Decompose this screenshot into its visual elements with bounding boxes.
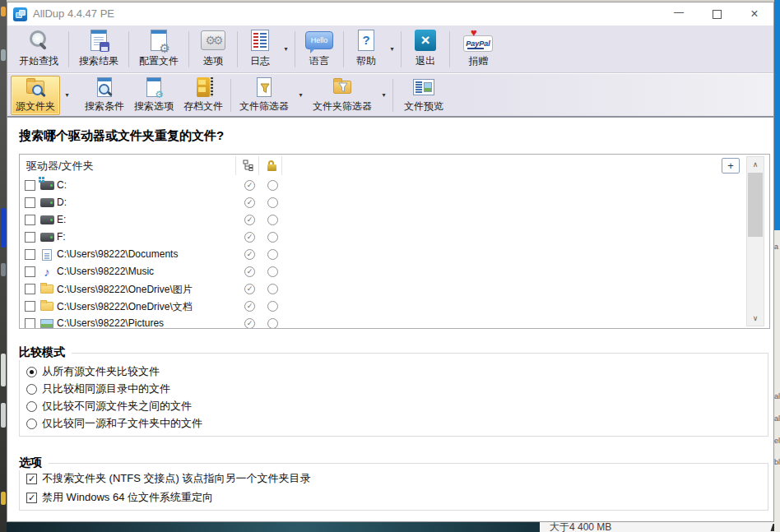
radio-option[interactable]: 只比较相同源目录中的文件 <box>26 381 170 397</box>
search-criteria-tab[interactable]: 搜索条件 <box>81 76 128 114</box>
log-button[interactable]: 日志 <box>241 28 279 71</box>
recurse-toggle-icon[interactable]: ✓ <box>244 215 255 225</box>
checkbox-checked[interactable]: ✓ <box>26 474 37 484</box>
checkbox-option[interactable]: ✓ 不搜索文件夹 (NTFS 交接点) 该点指向另一个文件夹目录 <box>26 470 310 487</box>
row-checkbox[interactable] <box>25 284 35 294</box>
file-preview-tab[interactable]: 文件预览 <box>397 76 451 114</box>
log-dropdown-arrow[interactable]: ▾ <box>281 28 291 71</box>
folder-row[interactable]: C: ✓ <box>20 177 769 194</box>
file-filter-tab[interactable]: 文件筛选器 <box>234 76 294 114</box>
file-filter-dropdown-arrow[interactable]: ▾ <box>295 76 306 114</box>
pictures-icon <box>39 317 54 329</box>
folder-filter-tab[interactable]: 文件夹筛选器 <box>308 76 377 114</box>
recurse-toggle-icon[interactable]: ✓ <box>244 232 255 243</box>
folder-row[interactable]: E: ✓ <box>20 211 769 229</box>
button-label: 搜索选项 <box>134 99 174 113</box>
radio-label: 只比较相同源目录中的文件 <box>42 382 170 396</box>
search-options-icon: ⚙ <box>146 76 161 98</box>
toolbar-separator <box>343 31 344 67</box>
button-label: 文件筛选器 <box>239 99 289 113</box>
column-divider <box>235 156 236 175</box>
row-checkbox[interactable] <box>25 215 35 225</box>
lock-toggle-icon[interactable] <box>267 284 278 294</box>
source-folder-icon <box>26 76 44 98</box>
scrollbar-thumb[interactable] <box>748 173 763 237</box>
search-options-tab[interactable]: ⚙ 搜索选项 <box>130 76 178 114</box>
folder-row[interactable]: ♪ C:\Users\98222\Music ✓ <box>20 263 769 280</box>
radio-option[interactable]: 仅比较同一源和子文件夹中的文件 <box>26 415 202 432</box>
language-button[interactable]: Hello 语言 <box>299 28 340 71</box>
start-search-button[interactable]: 开始查找 <box>12 28 65 71</box>
column-header-folders[interactable]: 驱动器/文件夹 <box>26 159 94 173</box>
row-checkbox[interactable] <box>25 197 35 208</box>
recurse-toggle-icon[interactable]: ✓ <box>244 284 255 294</box>
radio-unselected[interactable] <box>26 401 37 412</box>
lock-toggle-icon[interactable] <box>267 215 278 225</box>
music-icon: ♪ <box>39 266 54 278</box>
desktop-icon-fragment <box>1 403 6 428</box>
lock-toggle-icon[interactable] <box>267 197 278 208</box>
folder-filter-dropdown-arrow[interactable]: ▾ <box>378 76 389 114</box>
add-folder-button[interactable]: + <box>722 158 740 173</box>
radio-option[interactable]: 从所有源文件夹比较文件 <box>26 363 160 380</box>
recurse-toggle-icon[interactable]: ✓ <box>244 301 255 312</box>
recurse-toggle-icon[interactable]: ✓ <box>244 266 255 277</box>
row-checkbox[interactable] <box>25 266 35 277</box>
scroll-down-arrow[interactable]: ∨ <box>747 311 764 326</box>
subfolder-tree-icon[interactable] <box>240 159 255 172</box>
vertical-scrollbar[interactable]: ∧ ∨ <box>746 156 764 326</box>
lock-icon[interactable] <box>264 159 279 172</box>
folder-row[interactable]: C:\Users\98222\OneDrive\图片 ✓ <box>20 280 769 298</box>
recurse-toggle-icon[interactable]: ✓ <box>244 249 255 260</box>
help-dropdown-arrow[interactable]: ▾ <box>387 28 397 71</box>
help-button[interactable]: ? 帮助 <box>347 28 385 71</box>
options-button[interactable]: ⚙⚙ 选项 <box>193 28 234 71</box>
search-results-icon <box>91 28 107 53</box>
compare-mode-group: 比较模式 从所有源文件夹比较文件 只比较相同源目录中的文件 仅比较不同源文件夹之… <box>19 353 768 437</box>
list-header: 驱动器/文件夹 + <box>20 155 769 177</box>
folder-row[interactable]: F: ✓ <box>20 229 769 246</box>
folder-row[interactable]: C:\Users\98222\OneDrive\文档 ✓ <box>20 298 769 315</box>
row-checkbox[interactable] <box>25 318 35 329</box>
row-checkbox[interactable] <box>25 301 35 312</box>
radio-unselected[interactable] <box>26 384 37 395</box>
checkbox-checked[interactable]: ✓ <box>26 493 37 503</box>
radio-option[interactable]: 仅比较不同源文件夹之间的文件 <box>26 398 192 414</box>
radio-label: 仅比较不同源文件夹之间的文件 <box>42 399 192 414</box>
scroll-up-arrow[interactable]: ∧ <box>747 157 764 172</box>
sub-toolbar: 源文件夹 ▾ 搜索条件 ⚙ 搜索选项 存档文件 文件筛选器 ▾ <box>7 74 773 116</box>
profile-document-icon: ⚙ <box>151 28 167 53</box>
radio-unselected[interactable] <box>26 419 37 429</box>
minimize-icon: — <box>674 7 684 18</box>
desktop-edge-left <box>0 0 7 532</box>
exit-button[interactable]: × 退出 <box>405 28 446 71</box>
row-checkbox[interactable] <box>25 180 35 191</box>
search-results-button[interactable]: 搜索结果 <box>72 28 125 71</box>
lock-toggle-icon[interactable] <box>267 318 278 329</box>
maximize-button[interactable] <box>698 2 736 25</box>
lock-toggle-icon[interactable] <box>267 266 278 277</box>
row-checkbox[interactable] <box>25 249 35 260</box>
checkbox-option[interactable]: ✓ 禁用 Windows 64 位文件系统重定向 <box>26 489 213 506</box>
recurse-toggle-icon[interactable]: ✓ <box>244 197 255 208</box>
lock-toggle-icon[interactable] <box>267 301 278 312</box>
recurse-toggle-icon[interactable]: ✓ <box>244 318 255 329</box>
folder-row[interactable]: C:\Users\98222\Pictures ✓ <box>20 315 769 329</box>
close-button[interactable]: × <box>736 2 773 25</box>
row-checkbox[interactable] <box>25 232 35 243</box>
minimize-button[interactable]: — <box>660 2 698 25</box>
source-folders-dropdown-arrow[interactable]: ▾ <box>62 76 72 114</box>
folder-row[interactable]: C:\Users\98222\Documents ✓ <box>20 246 769 263</box>
profiles-button[interactable]: ⚙ 配置文件 <box>132 28 185 71</box>
lock-toggle-icon[interactable] <box>267 232 278 243</box>
folder-row[interactable]: D: ✓ <box>20 194 769 211</box>
radio-selected[interactable] <box>26 367 37 377</box>
lock-toggle-icon[interactable] <box>267 180 278 191</box>
folder-path: E: <box>57 214 66 225</box>
donate-button[interactable]: PayPal 捐赠 <box>453 28 503 71</box>
drive-icon <box>39 231 54 243</box>
archive-files-tab[interactable]: 存档文件 <box>179 76 227 114</box>
source-folders-tab[interactable]: 源文件夹 <box>11 76 60 115</box>
lock-toggle-icon[interactable] <box>267 249 278 260</box>
recurse-toggle-icon[interactable]: ✓ <box>244 180 255 191</box>
